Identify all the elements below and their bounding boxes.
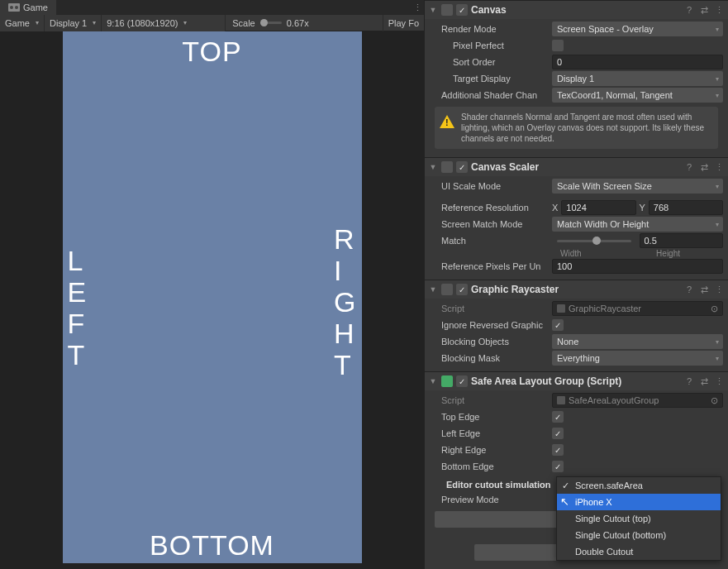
- gamepad-icon: [8, 3, 20, 12]
- scaler-header[interactable]: ▼ Canvas Scaler ? ⇄ ⋮: [425, 158, 728, 176]
- help-icon[interactable]: ?: [683, 376, 695, 386]
- popup-item-screen-safearea[interactable]: Screen.safeArea: [557, 477, 721, 494]
- top-edge-label: Top Edge: [430, 412, 549, 422]
- canvas-text-right: R I G H T: [334, 223, 356, 380]
- render-mode-label: Render Mode: [430, 24, 549, 34]
- component-canvas: ▼ Canvas ? ⇄ ⋮ Render ModeScreen Space -…: [425, 0, 728, 157]
- match-high-label: Height: [656, 249, 680, 258]
- shader-chan-label: Additional Shader Chan: [430, 90, 549, 100]
- safe-area-header[interactable]: ▼ Safe Area Layout Group (Script) ? ⇄ ⋮: [425, 372, 728, 390]
- warning-icon: [440, 115, 454, 128]
- fold-icon[interactable]: ▼: [428, 377, 438, 385]
- canvas-header[interactable]: ▼ Canvas ? ⇄ ⋮: [425, 1, 728, 19]
- aspect-dropdown[interactable]: 9:16 (1080x1920): [102, 15, 226, 31]
- menu-icon[interactable]: ⋮: [713, 162, 725, 173]
- display-dropdown[interactable]: Display 1: [45, 15, 102, 31]
- scaler-icon: [441, 161, 453, 173]
- ref-px-label: Reference Pixels Per Un: [430, 261, 549, 271]
- component-canvas-scaler: ▼ Canvas Scaler ? ⇄ ⋮ UI Scale ModeScale…: [425, 157, 728, 280]
- ignore-checkbox[interactable]: [552, 319, 564, 331]
- popup-item-single-top[interactable]: Single Cutout (top): [557, 510, 721, 527]
- raycaster-enable-checkbox[interactable]: [456, 284, 468, 295]
- game-panel: Game ⋮ Game Display 1 9:16 (1080x1920) S…: [0, 0, 425, 569]
- y-label: Y: [640, 203, 645, 213]
- shader-chan-dropdown[interactable]: TexCoord1, Normal, Tangent: [552, 88, 723, 103]
- match-low-label: Width: [560, 249, 582, 258]
- x-label: X: [552, 203, 558, 213]
- match-value-input[interactable]: 0.5: [640, 233, 724, 248]
- match-mode-dropdown[interactable]: Match Width Or Height: [552, 217, 723, 232]
- block-obj-dropdown[interactable]: None: [552, 334, 723, 349]
- game-toolbar: Game Display 1 9:16 (1080x1920) Scale 0.…: [0, 15, 424, 31]
- popup-item-double[interactable]: Double Cutout: [557, 543, 721, 560]
- scale-mode-dropdown[interactable]: Scale With Screen Size: [552, 179, 723, 194]
- scaler-title: Canvas Scaler: [471, 161, 680, 173]
- object-picker-icon[interactable]: ⊙: [711, 395, 718, 406]
- block-mask-dropdown[interactable]: Everything: [552, 351, 723, 366]
- tab-options-icon[interactable]: ⋮: [411, 0, 424, 15]
- script-component-icon: [441, 375, 453, 387]
- script-icon: [557, 396, 565, 404]
- fold-icon[interactable]: ▼: [428, 163, 438, 171]
- canvas-icon: [441, 4, 453, 16]
- scale-value: 0.67x: [287, 18, 309, 28]
- top-edge-checkbox[interactable]: [552, 411, 564, 423]
- scale-mode-label: UI Scale Mode: [430, 181, 549, 191]
- raycaster-icon: [441, 284, 453, 295]
- render-mode-dropdown[interactable]: Screen Space - Overlay: [552, 22, 723, 36]
- bottom-edge-label: Bottom Edge: [430, 461, 549, 471]
- help-icon[interactable]: ?: [683, 284, 695, 294]
- match-mode-label: Screen Match Mode: [430, 219, 549, 229]
- game-tab-label: Game: [23, 2, 48, 12]
- match-slider[interactable]: [557, 240, 631, 242]
- fold-icon[interactable]: ▼: [428, 6, 438, 14]
- scaler-enable-checkbox[interactable]: [456, 161, 468, 173]
- script-label: Script: [430, 395, 549, 405]
- menu-icon[interactable]: ⋮: [713, 284, 725, 295]
- ref-x-input[interactable]: 1024: [561, 200, 635, 215]
- play-focused-button[interactable]: Play Fo: [383, 15, 424, 31]
- raycaster-title: Graphic Raycaster: [471, 284, 680, 295]
- bottom-edge-checkbox[interactable]: [552, 461, 564, 472]
- ref-px-input[interactable]: 100: [552, 259, 723, 274]
- right-edge-checkbox[interactable]: [552, 444, 564, 456]
- left-edge-checkbox[interactable]: [552, 428, 564, 439]
- raycaster-header[interactable]: ▼ Graphic Raycaster ? ⇄ ⋮: [425, 280, 728, 299]
- target-display-label: Target Display: [430, 74, 549, 84]
- popup-item-single-bottom[interactable]: Single Cutout (bottom): [557, 527, 721, 543]
- object-picker-icon[interactable]: ⊙: [711, 304, 718, 314]
- menu-icon[interactable]: ⋮: [713, 376, 725, 387]
- ref-res-label: Reference Resolution: [430, 203, 549, 213]
- block-obj-label: Blocking Objects: [430, 337, 549, 347]
- game-tab[interactable]: Game: [0, 0, 56, 15]
- script-label: Script: [430, 304, 549, 313]
- preset-icon[interactable]: ⇄: [698, 284, 710, 295]
- sort-order-label: Sort Order: [430, 57, 549, 67]
- preset-icon[interactable]: ⇄: [698, 162, 710, 173]
- safe-area-enable-checkbox[interactable]: [456, 375, 468, 387]
- ref-y-input[interactable]: 768: [649, 200, 723, 215]
- fold-icon[interactable]: ▼: [428, 285, 438, 294]
- pixel-perfect-checkbox[interactable]: [552, 40, 564, 51]
- menu-icon[interactable]: ⋮: [713, 5, 725, 16]
- canvas-text-left: L E F T: [68, 245, 88, 371]
- help-icon[interactable]: ?: [683, 162, 695, 172]
- safe-area-title: Safe Area Layout Group (Script): [471, 375, 680, 387]
- preset-icon[interactable]: ⇄: [698, 5, 710, 16]
- view-dropdown[interactable]: Game: [0, 15, 45, 31]
- target-display-dropdown[interactable]: Display 1: [552, 71, 723, 86]
- preview-mode-popup: Screen.safeArea ↖iPhone X Single Cutout …: [556, 476, 721, 561]
- preset-icon[interactable]: ⇄: [698, 376, 710, 387]
- game-tab-bar: Game ⋮: [0, 0, 424, 15]
- sort-order-input[interactable]: 0: [552, 55, 723, 69]
- game-canvas: TOP BOTTOM L E F T R I G H T: [63, 31, 362, 563]
- popup-item-iphone-x[interactable]: ↖iPhone X: [557, 494, 721, 510]
- scale-slider[interactable]: [260, 22, 282, 24]
- ignore-label: Ignore Reversed Graphic: [430, 320, 549, 330]
- help-icon[interactable]: ?: [683, 5, 695, 15]
- canvas-text-bottom: BOTTOM: [150, 529, 274, 562]
- canvas-enable-checkbox[interactable]: [456, 4, 468, 16]
- canvas-text-top: TOP: [182, 36, 241, 68]
- inspector-panel: ▼ Canvas ? ⇄ ⋮ Render ModeScreen Space -…: [425, 0, 728, 569]
- right-edge-label: Right Edge: [430, 445, 549, 455]
